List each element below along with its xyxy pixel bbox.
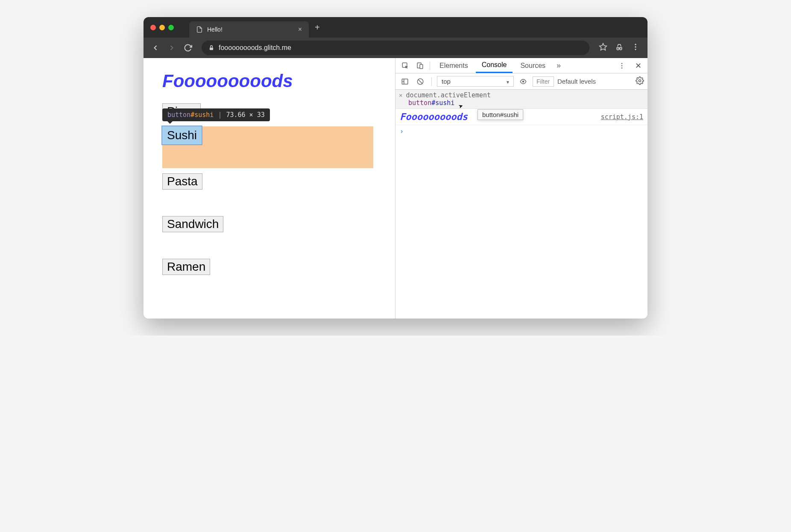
- incognito-icon[interactable]: [615, 43, 624, 53]
- svg-point-10: [621, 63, 623, 64]
- console-prompt[interactable]: ›: [396, 125, 647, 138]
- tooltip-dimensions: 73.66 × 33: [226, 111, 264, 119]
- filter-input[interactable]: Filter: [533, 76, 554, 87]
- svg-rect-0: [210, 47, 213, 50]
- svg-point-12: [621, 67, 623, 68]
- browser-tabbar: Hello! × +: [189, 17, 326, 38]
- devtools-panel: Elements Console Sources » ✕: [396, 58, 647, 319]
- ramen-button[interactable]: Ramen: [162, 259, 210, 275]
- svg-line-15: [419, 79, 422, 83]
- titlebar: Hello! × +: [144, 17, 647, 38]
- svg-point-17: [639, 80, 641, 82]
- tabs-overflow-icon[interactable]: »: [553, 61, 564, 70]
- toolbar-right: [596, 43, 642, 53]
- svg-point-6: [635, 49, 636, 50]
- svg-point-16: [522, 80, 524, 82]
- svg-marker-1: [600, 44, 607, 50]
- tooltip-id: #sushi: [190, 111, 214, 119]
- svg-rect-9: [420, 64, 423, 69]
- svg-point-11: [621, 65, 623, 66]
- live-expression-icon[interactable]: [517, 78, 529, 85]
- devtools-tabbar: Elements Console Sources » ✕: [396, 58, 647, 73]
- inspect-tooltip: button#sushi | 73.66 × 33: [162, 108, 270, 121]
- svg-rect-13: [402, 79, 408, 84]
- clear-console-icon[interactable]: [414, 78, 426, 85]
- star-icon[interactable]: [599, 43, 607, 53]
- browser-tab[interactable]: Hello! ×: [189, 21, 309, 38]
- hover-tooltip: button#sushi: [478, 109, 523, 120]
- food-row: Ramen: [162, 259, 376, 275]
- log-levels-selector[interactable]: Default levels: [557, 78, 596, 85]
- console-output: × document.activeElement button#sushi ➤ …: [396, 90, 647, 319]
- sandwich-button[interactable]: Sandwich: [162, 216, 223, 232]
- back-button[interactable]: [149, 41, 162, 55]
- page-viewport: Fooooooooods Pizza button#sushi | 73.66 …: [144, 58, 396, 319]
- maximize-window-button[interactable]: [168, 25, 174, 30]
- remove-expression-icon[interactable]: ×: [399, 92, 402, 99]
- log-message: Fooooooooods: [400, 111, 468, 123]
- log-source-link[interactable]: script.js:1: [601, 113, 643, 121]
- close-tab-icon[interactable]: ×: [298, 26, 302, 33]
- tab-elements[interactable]: Elements: [434, 58, 474, 73]
- minimize-window-button[interactable]: [159, 25, 165, 30]
- svg-point-5: [635, 46, 636, 47]
- console-sidebar-icon[interactable]: [399, 78, 411, 85]
- toolbar: fooooooooods.glitch.me: [144, 38, 647, 58]
- svg-point-2: [617, 48, 619, 50]
- page-heading: Fooooooooods: [162, 71, 376, 91]
- live-expression-row: × document.activeElement button#sushi: [396, 90, 647, 109]
- tab-console[interactable]: Console: [476, 58, 513, 73]
- tab-title: Hello!: [207, 26, 223, 33]
- address-bar[interactable]: fooooooooods.glitch.me: [202, 41, 589, 55]
- forward-button[interactable]: [165, 41, 179, 55]
- inspect-element-icon[interactable]: [399, 59, 412, 72]
- reload-button[interactable]: [181, 41, 195, 55]
- close-window-button[interactable]: [150, 25, 156, 30]
- food-row-highlighted: button#sushi | 73.66 × 33 Sushi: [162, 126, 376, 168]
- document-icon: [196, 26, 203, 33]
- url-text: fooooooooods.glitch.me: [219, 44, 291, 52]
- tooltip-tag: button: [167, 111, 190, 119]
- live-expression-output[interactable]: button#sushi: [399, 99, 644, 107]
- live-expression-input[interactable]: × document.activeElement: [399, 91, 644, 99]
- traffic-lights: [144, 25, 181, 30]
- food-row: Pasta: [162, 173, 376, 190]
- new-tab-button[interactable]: +: [309, 23, 326, 32]
- console-toolbar: top Filter Default levels: [396, 73, 647, 90]
- pasta-button[interactable]: Pasta: [162, 173, 202, 190]
- device-toggle-icon[interactable]: [413, 59, 426, 72]
- context-selector[interactable]: top: [437, 76, 514, 87]
- food-row: Sandwich: [162, 216, 376, 232]
- svg-point-4: [635, 44, 636, 45]
- menu-icon[interactable]: [631, 43, 640, 53]
- devtools-menu-icon[interactable]: [615, 59, 628, 72]
- sushi-button[interactable]: Sushi: [162, 126, 202, 144]
- browser-window: Hello! × + fooooooooods.glitch.me: [144, 17, 647, 319]
- lock-icon: [208, 45, 214, 51]
- console-settings-icon[interactable]: [636, 76, 644, 86]
- svg-point-3: [620, 48, 622, 50]
- devtools-close-icon[interactable]: ✕: [633, 61, 644, 70]
- tab-sources[interactable]: Sources: [514, 58, 551, 73]
- content-area: Fooooooooods Pizza button#sushi | 73.66 …: [144, 58, 647, 319]
